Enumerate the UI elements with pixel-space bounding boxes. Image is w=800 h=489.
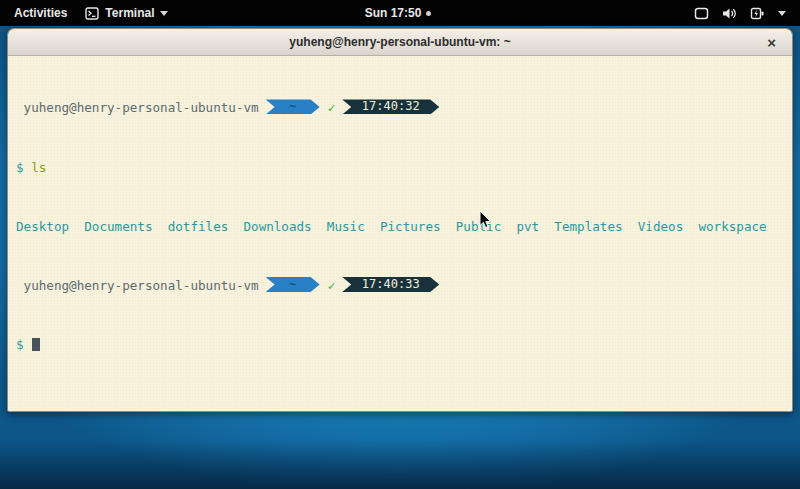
terminal-icon — [85, 7, 99, 20]
clock-button[interactable]: Sun 17:50 — [365, 6, 432, 20]
volume-icon — [722, 7, 737, 20]
text-cursor — [32, 338, 40, 351]
close-button[interactable]: × — [759, 29, 784, 55]
top-bar: Activities Terminal Sun 17:50 — [0, 0, 800, 26]
prompt-user-host: yuheng@henry-personal-ubuntu-vm — [16, 278, 259, 293]
terminal-content[interactable]: yuheng@henry-personal-ubuntu-vm~✓17:40:3… — [8, 56, 792, 412]
desktop: { "top_bar": { "activities_label": "Acti… — [0, 0, 800, 489]
prompt-time-segment: 17:40:32 — [342, 99, 439, 114]
prompt-symbol: $ — [16, 160, 31, 175]
battery-charging-icon — [750, 7, 765, 20]
check-icon: ✓ — [328, 278, 336, 293]
prompt-path-segment: ~ — [266, 277, 320, 292]
command-line: $ ls — [8, 161, 792, 176]
screen-icon — [694, 7, 709, 20]
input-line[interactable]: $ — [8, 338, 792, 353]
prompt-line: yuheng@henry-personal-ubuntu-vm~✓17:40:3… — [8, 101, 792, 116]
activities-button[interactable]: Activities — [10, 4, 71, 22]
chevron-down-icon — [160, 11, 168, 16]
window-title: yuheng@henry-personal-ubuntu-vm: ~ — [289, 35, 510, 49]
system-status-area[interactable] — [431, 7, 800, 20]
chevron-down-icon — [778, 11, 786, 16]
ls-output: Desktop Documents dotfiles Downloads Mus… — [8, 220, 792, 235]
app-menu-label: Terminal — [105, 6, 154, 20]
prompt-line: yuheng@henry-personal-ubuntu-vm~✓17:40:3… — [8, 279, 792, 294]
command-text: ls — [31, 160, 46, 175]
prompt-path-segment: ~ — [266, 99, 320, 114]
app-menu-button[interactable]: Terminal — [85, 6, 168, 20]
check-icon: ✓ — [328, 100, 336, 115]
prompt-time-segment: 17:40:33 — [342, 277, 439, 292]
window-titlebar[interactable]: yuheng@henry-personal-ubuntu-vm: ~ × — [8, 29, 792, 56]
clock-label: Sun 17:50 — [365, 6, 422, 20]
prompt-symbol: $ — [16, 337, 31, 352]
terminal-window: yuheng@henry-personal-ubuntu-vm: ~ × yuh… — [7, 28, 793, 412]
prompt-user-host: yuheng@henry-personal-ubuntu-vm — [16, 100, 259, 115]
